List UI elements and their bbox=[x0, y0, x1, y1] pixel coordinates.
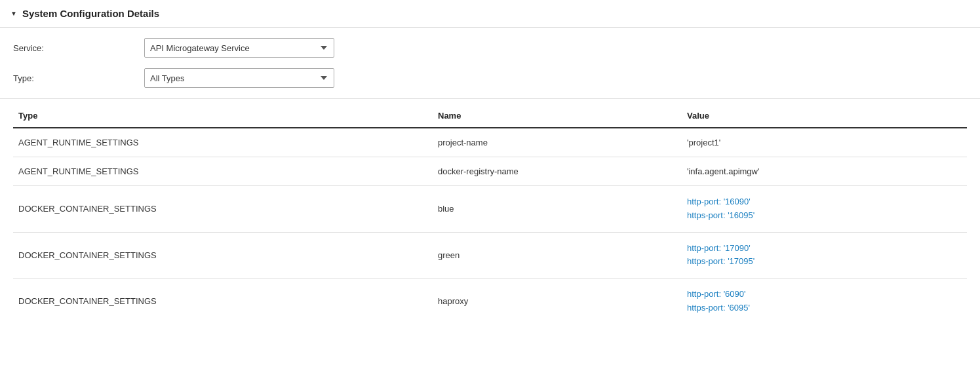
cell-value: http-port: '17090'https-port: '17095' bbox=[682, 232, 967, 279]
config-table: Type Name Value AGENT_RUNTIME_SETTINGSpr… bbox=[13, 104, 967, 324]
cell-name: green bbox=[433, 232, 682, 279]
service-row: Service: API Microgateway Service Other … bbox=[13, 38, 967, 58]
col-header-type: Type bbox=[13, 104, 433, 128]
type-select[interactable]: All Types AGENT_RUNTIME_SETTINGS DOCKER_… bbox=[144, 68, 334, 88]
table-row: DOCKER_CONTAINER_SETTINGSgreenhttp-port:… bbox=[13, 232, 967, 279]
value-link[interactable]: https-port: '6095' bbox=[687, 301, 962, 315]
section-title: System Configuration Details bbox=[22, 8, 159, 19]
cell-type: DOCKER_CONTAINER_SETTINGS bbox=[13, 232, 433, 279]
value-text: 'infa.agent.apimgw' bbox=[687, 166, 759, 176]
table-header-row: Type Name Value bbox=[13, 104, 967, 128]
cell-name: docker-registry-name bbox=[433, 157, 682, 186]
type-label: Type: bbox=[13, 73, 144, 83]
cell-type: AGENT_RUNTIME_SETTINGS bbox=[13, 128, 433, 157]
table-row: DOCKER_CONTAINER_SETTINGSbluehttp-port: … bbox=[13, 186, 967, 233]
cell-name: haproxy bbox=[433, 279, 682, 324]
value-link[interactable]: http-port: '6090' bbox=[687, 288, 962, 301]
value-link[interactable]: https-port: '16095' bbox=[687, 209, 962, 223]
cell-value: 'infa.agent.apimgw' bbox=[682, 157, 967, 186]
table-row: AGENT_RUNTIME_SETTINGSproject-name'proje… bbox=[13, 128, 967, 157]
col-header-value: Value bbox=[682, 104, 967, 128]
cell-name: project-name bbox=[433, 128, 682, 157]
cell-name: blue bbox=[433, 186, 682, 233]
table-row: AGENT_RUNTIME_SETTINGSdocker-registry-na… bbox=[13, 157, 967, 186]
service-select[interactable]: API Microgateway Service Other Service bbox=[144, 38, 334, 58]
table-row: DOCKER_CONTAINER_SETTINGShaproxyhttp-por… bbox=[13, 279, 967, 324]
cell-value: 'project1' bbox=[682, 128, 967, 157]
cell-value: http-port: '6090'https-port: '6095' bbox=[682, 279, 967, 324]
cell-type: DOCKER_CONTAINER_SETTINGS bbox=[13, 279, 433, 324]
cell-type: AGENT_RUNTIME_SETTINGS bbox=[13, 157, 433, 186]
col-header-name: Name bbox=[433, 104, 682, 128]
value-link[interactable]: http-port: '17090' bbox=[687, 242, 962, 256]
table-section: Type Name Value AGENT_RUNTIME_SETTINGSpr… bbox=[0, 104, 980, 324]
type-row: Type: All Types AGENT_RUNTIME_SETTINGS D… bbox=[13, 68, 967, 88]
cell-value: http-port: '16090'https-port: '16095' bbox=[682, 186, 967, 233]
value-link[interactable]: https-port: '17095' bbox=[687, 255, 962, 269]
service-label: Service: bbox=[13, 43, 144, 53]
collapse-icon[interactable]: ▼ bbox=[10, 10, 17, 17]
value-link[interactable]: http-port: '16090' bbox=[687, 195, 962, 209]
value-text: 'project1' bbox=[687, 138, 720, 147]
form-section: Service: API Microgateway Service Other … bbox=[0, 28, 980, 99]
section-header: ▼ System Configuration Details bbox=[0, 0, 980, 28]
page-container: ▼ System Configuration Details Service: … bbox=[0, 0, 980, 324]
cell-type: DOCKER_CONTAINER_SETTINGS bbox=[13, 186, 433, 233]
